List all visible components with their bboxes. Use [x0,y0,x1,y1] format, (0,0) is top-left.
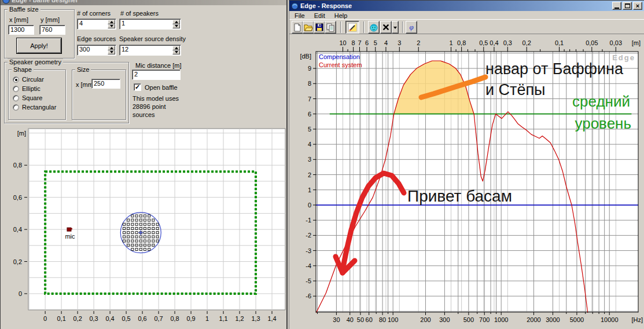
window-title: Edge - Response [300,2,610,9]
svg-text:2: 2 [417,39,420,46]
mic-distance-input[interactable]: 2 [132,70,181,80]
svg-text:1,3: 1,3 [251,315,260,322]
radio-elliptic-label: Elliptic [22,85,41,92]
svg-text:0,4: 0,4 [13,226,22,233]
speakers-label: # of speakers [120,10,159,17]
menu-file[interactable]: File [295,12,305,19]
baffle-size-legend: Baffle size [8,6,41,13]
baffle-layout-plot: 00,10,20,30,40,50,60,70,80,911,11,21,31,… [1,126,287,329]
baffle-x-label: x [mm] [9,16,28,23]
size-x-input[interactable]: 250 [91,79,120,89]
speakers-spinner[interactable]: 1 [119,19,181,30]
baffle-x-input[interactable]: 1300 [8,25,34,35]
radio-elliptic[interactable]: Elliptic [13,85,41,92]
radio-circular[interactable]: Circular [13,76,44,83]
phase-button[interactable]: φ [406,21,417,34]
new-button[interactable] [292,21,303,34]
svg-text:3: 3 [308,156,311,163]
toolbar-separator [340,21,341,33]
svg-text:5: 5 [308,126,311,133]
svg-text:10000: 10000 [601,316,619,323]
svg-text:0,9: 0,9 [186,315,195,322]
svg-text:9: 9 [308,65,311,72]
window-titlebar[interactable]: Edge - Response × [289,1,644,11]
radio-rectangular[interactable]: Rectangular [13,104,56,111]
radio-circular-label: Circular [22,76,44,83]
speakers-up-icon[interactable] [172,20,180,24]
corners-spinner[interactable]: 4 [77,19,116,30]
mic-label: mic [65,233,75,240]
svg-text:0,5: 0,5 [122,315,130,322]
svg-text:-6: -6 [306,293,311,299]
svg-text:1: 1 [205,315,209,322]
speakers-value: 1 [120,19,172,29]
svg-text:10: 10 [339,39,346,46]
svg-text:0,6: 0,6 [13,194,22,201]
window-titlebar[interactable]: Edge - baffle designer [1,0,286,5]
svg-text:0: 0 [308,202,311,209]
radio-square[interactable]: Square [13,94,42,101]
source-density-value: 12 [120,45,172,55]
model-info-line: 28896 point [133,103,185,111]
apply-button[interactable]: Apply! [17,38,61,53]
corners-down-icon[interactable] [108,24,115,29]
svg-text:300: 300 [439,316,450,323]
svg-text:8: 8 [308,80,311,87]
svg-text:-3: -3 [306,247,311,254]
corners-up-icon[interactable] [108,20,115,24]
maximize-icon[interactable] [623,2,632,10]
source-density-spinner[interactable]: 12 [119,45,181,56]
svg-text:0,6: 0,6 [138,315,146,322]
copy-button[interactable] [325,21,336,34]
svg-text:0,1: 0,1 [57,315,65,322]
speaker-geometry-legend: Speaker geometry [8,59,63,65]
delete-icon [382,23,390,31]
delete-curve-button[interactable] [380,21,392,34]
source-density-down-icon[interactable] [172,50,180,55]
close-icon[interactable]: × [633,2,642,10]
y-axis-unit: [dB] [300,53,311,60]
radio-circular-icon [13,76,19,83]
edge-sources-down-icon[interactable] [108,50,115,55]
svg-text:60: 60 [366,316,373,323]
save-button[interactable] [314,21,325,34]
svg-text:0,4: 0,4 [105,315,114,322]
svg-text:0,8: 0,8 [457,39,466,46]
svg-text:0: 0 [43,315,47,322]
source-density-up-icon[interactable] [172,46,180,50]
menu-bar: File Edit Help [289,11,644,19]
svg-text:0,3: 0,3 [89,315,98,322]
open-button[interactable] [303,21,314,34]
svg-text:8: 8 [352,39,355,46]
svg-text:500: 500 [463,316,474,323]
minimize-icon[interactable] [612,2,621,10]
head-button[interactable] [368,21,380,34]
annotation-text: средний [572,93,630,110]
top-axis-unit: [m] [632,39,641,46]
speakers-down-icon[interactable] [172,24,180,29]
model-info-line: sources [133,111,185,119]
toolbar: φ [289,19,644,34]
svg-text:3: 3 [398,39,401,46]
delete-dropdown-button[interactable] [392,21,399,34]
svg-text:0,8: 0,8 [170,315,179,322]
edge-sources-value: 300 [78,45,107,55]
annotation-text: навар от Баффина [485,60,624,78]
svg-text:0,7: 0,7 [154,315,163,322]
phi-icon: φ [407,23,415,32]
svg-text:-5: -5 [306,277,311,284]
open-baffle-checkbox[interactable]: ✓ [134,83,141,91]
menu-edit[interactable]: Edit [314,12,325,19]
svg-text:1: 1 [308,187,311,193]
edge-sources-spinner[interactable]: 300 [77,45,116,56]
edge-sources-up-icon[interactable] [108,46,115,50]
y-axis-unit: [m] [17,130,26,137]
svg-text:6: 6 [365,39,369,46]
open-icon [304,23,313,31]
head-icon [369,23,378,32]
plot-area [28,129,285,310]
menu-help[interactable]: Help [334,12,348,19]
baffle-y-input[interactable]: 760 [39,25,65,35]
model-info-line: This model uses [133,94,185,103]
draw-button[interactable] [345,21,359,34]
